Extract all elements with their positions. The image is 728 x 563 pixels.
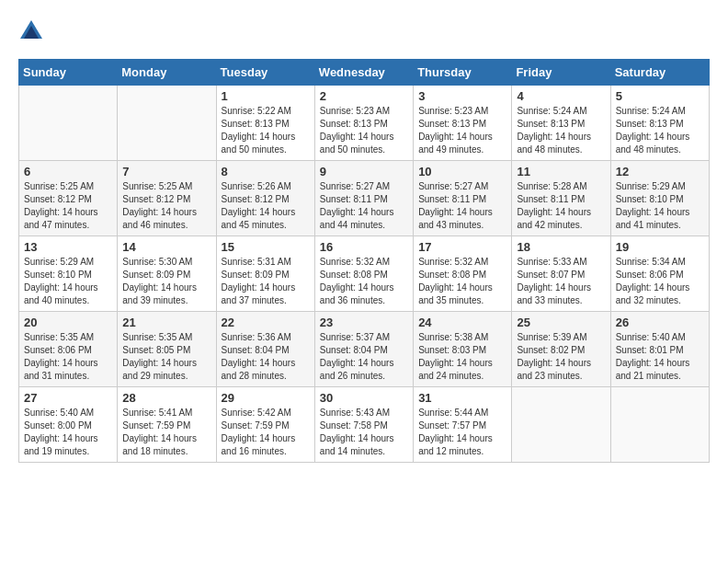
calendar-cell: 9Sunrise: 5:27 AM Sunset: 8:11 PM Daylig… (314, 161, 413, 236)
day-number: 8 (222, 165, 310, 178)
logo-icon (18, 18, 44, 44)
calendar-header-thursday: Thursday (414, 60, 512, 86)
logo (18, 18, 46, 44)
day-detail: Sunrise: 5:38 AM Sunset: 8:03 PM Dayligh… (418, 331, 506, 383)
day-number: 4 (517, 89, 605, 103)
calendar-cell: 23Sunrise: 5:37 AM Sunset: 8:04 PM Dayli… (314, 312, 413, 387)
day-detail: Sunrise: 5:27 AM Sunset: 8:11 PM Dayligh… (418, 180, 506, 232)
calendar-cell: 22Sunrise: 5:36 AM Sunset: 8:04 PM Dayli… (216, 312, 314, 387)
day-number: 17 (418, 240, 506, 254)
calendar-week-row: 1Sunrise: 5:22 AM Sunset: 8:13 PM Daylig… (19, 86, 710, 161)
page-header (18, 18, 710, 44)
day-detail: Sunrise: 5:23 AM Sunset: 8:13 PM Dayligh… (320, 105, 408, 156)
day-number: 10 (418, 165, 506, 178)
day-number: 22 (222, 316, 310, 329)
day-detail: Sunrise: 5:37 AM Sunset: 8:04 PM Dayligh… (320, 331, 408, 383)
day-detail: Sunrise: 5:40 AM Sunset: 8:01 PM Dayligh… (616, 331, 704, 383)
day-number: 21 (122, 316, 210, 329)
day-number: 11 (517, 165, 605, 178)
day-number: 30 (320, 391, 408, 405)
day-detail: Sunrise: 5:39 AM Sunset: 8:02 PM Dayligh… (517, 331, 605, 383)
day-detail: Sunrise: 5:33 AM Sunset: 8:07 PM Dayligh… (517, 256, 605, 307)
day-detail: Sunrise: 5:36 AM Sunset: 8:04 PM Dayligh… (222, 331, 310, 383)
calendar-cell: 30Sunrise: 5:43 AM Sunset: 7:58 PM Dayli… (314, 387, 413, 463)
calendar-cell (118, 86, 216, 161)
calendar-table: SundayMondayTuesdayWednesdayThursdayFrid… (18, 59, 710, 463)
day-number: 1 (222, 89, 310, 103)
day-detail: Sunrise: 5:25 AM Sunset: 8:12 PM Dayligh… (24, 180, 112, 232)
calendar-cell: 29Sunrise: 5:42 AM Sunset: 7:59 PM Dayli… (216, 387, 314, 463)
day-detail: Sunrise: 5:27 AM Sunset: 8:11 PM Dayligh… (320, 180, 408, 232)
day-detail: Sunrise: 5:42 AM Sunset: 7:59 PM Dayligh… (222, 407, 310, 458)
day-number: 16 (320, 240, 408, 254)
calendar-cell (512, 387, 610, 463)
calendar-cell: 1Sunrise: 5:22 AM Sunset: 8:13 PM Daylig… (216, 86, 314, 161)
day-detail: Sunrise: 5:22 AM Sunset: 8:13 PM Dayligh… (222, 105, 310, 156)
calendar-cell: 5Sunrise: 5:24 AM Sunset: 8:13 PM Daylig… (610, 86, 709, 161)
calendar-week-row: 27Sunrise: 5:40 AM Sunset: 8:00 PM Dayli… (19, 387, 710, 463)
calendar-cell: 3Sunrise: 5:23 AM Sunset: 8:13 PM Daylig… (414, 86, 512, 161)
calendar-header-saturday: Saturday (610, 60, 709, 86)
day-detail: Sunrise: 5:34 AM Sunset: 8:06 PM Dayligh… (616, 256, 704, 307)
day-detail: Sunrise: 5:35 AM Sunset: 8:05 PM Dayligh… (122, 331, 210, 383)
calendar-cell (610, 387, 709, 463)
calendar-cell (19, 86, 118, 161)
day-number: 7 (122, 165, 210, 178)
day-number: 9 (320, 165, 408, 178)
day-number: 27 (24, 391, 112, 405)
calendar-cell: 11Sunrise: 5:28 AM Sunset: 8:11 PM Dayli… (512, 161, 610, 236)
calendar-header-tuesday: Tuesday (216, 60, 314, 86)
day-number: 24 (418, 316, 506, 329)
calendar-cell: 16Sunrise: 5:32 AM Sunset: 8:08 PM Dayli… (314, 236, 413, 312)
day-number: 3 (418, 89, 506, 103)
day-detail: Sunrise: 5:43 AM Sunset: 7:58 PM Dayligh… (320, 407, 408, 458)
day-detail: Sunrise: 5:44 AM Sunset: 7:57 PM Dayligh… (418, 407, 506, 458)
day-number: 25 (517, 316, 605, 329)
calendar-cell: 2Sunrise: 5:23 AM Sunset: 8:13 PM Daylig… (314, 86, 413, 161)
calendar-week-row: 6Sunrise: 5:25 AM Sunset: 8:12 PM Daylig… (19, 161, 710, 236)
day-number: 19 (616, 240, 704, 254)
day-number: 29 (222, 391, 310, 405)
calendar-cell: 14Sunrise: 5:30 AM Sunset: 8:09 PM Dayli… (118, 236, 216, 312)
day-number: 14 (122, 240, 210, 254)
day-number: 13 (24, 240, 112, 254)
day-number: 23 (320, 316, 408, 329)
day-detail: Sunrise: 5:24 AM Sunset: 8:13 PM Dayligh… (517, 105, 605, 156)
calendar-cell: 31Sunrise: 5:44 AM Sunset: 7:57 PM Dayli… (414, 387, 512, 463)
day-number: 18 (517, 240, 605, 254)
day-detail: Sunrise: 5:23 AM Sunset: 8:13 PM Dayligh… (418, 105, 506, 156)
day-number: 31 (418, 391, 506, 405)
calendar-cell: 25Sunrise: 5:39 AM Sunset: 8:02 PM Dayli… (512, 312, 610, 387)
day-number: 26 (616, 316, 704, 329)
day-number: 12 (616, 165, 704, 178)
calendar-cell: 17Sunrise: 5:32 AM Sunset: 8:08 PM Dayli… (414, 236, 512, 312)
day-detail: Sunrise: 5:32 AM Sunset: 8:08 PM Dayligh… (418, 256, 506, 307)
calendar-cell: 20Sunrise: 5:35 AM Sunset: 8:06 PM Dayli… (19, 312, 118, 387)
calendar-cell: 19Sunrise: 5:34 AM Sunset: 8:06 PM Dayli… (610, 236, 709, 312)
calendar-cell: 15Sunrise: 5:31 AM Sunset: 8:09 PM Dayli… (216, 236, 314, 312)
day-number: 5 (616, 89, 704, 103)
calendar-cell: 6Sunrise: 5:25 AM Sunset: 8:12 PM Daylig… (19, 161, 118, 236)
day-detail: Sunrise: 5:35 AM Sunset: 8:06 PM Dayligh… (24, 331, 112, 383)
calendar-header-wednesday: Wednesday (314, 60, 413, 86)
calendar-cell: 8Sunrise: 5:26 AM Sunset: 8:12 PM Daylig… (216, 161, 314, 236)
day-detail: Sunrise: 5:28 AM Sunset: 8:11 PM Dayligh… (517, 180, 605, 232)
calendar-header-monday: Monday (118, 60, 216, 86)
calendar-cell: 21Sunrise: 5:35 AM Sunset: 8:05 PM Dayli… (118, 312, 216, 387)
calendar-cell: 28Sunrise: 5:41 AM Sunset: 7:59 PM Dayli… (118, 387, 216, 463)
calendar-cell: 26Sunrise: 5:40 AM Sunset: 8:01 PM Dayli… (610, 312, 709, 387)
calendar-cell: 10Sunrise: 5:27 AM Sunset: 8:11 PM Dayli… (414, 161, 512, 236)
day-detail: Sunrise: 5:24 AM Sunset: 8:13 PM Dayligh… (616, 105, 704, 156)
calendar-cell: 12Sunrise: 5:29 AM Sunset: 8:10 PM Dayli… (610, 161, 709, 236)
day-detail: Sunrise: 5:29 AM Sunset: 8:10 PM Dayligh… (24, 256, 112, 307)
day-detail: Sunrise: 5:40 AM Sunset: 8:00 PM Dayligh… (24, 407, 112, 458)
day-detail: Sunrise: 5:25 AM Sunset: 8:12 PM Dayligh… (122, 180, 210, 232)
calendar-cell: 13Sunrise: 5:29 AM Sunset: 8:10 PM Dayli… (19, 236, 118, 312)
day-detail: Sunrise: 5:30 AM Sunset: 8:09 PM Dayligh… (122, 256, 210, 307)
calendar-cell: 18Sunrise: 5:33 AM Sunset: 8:07 PM Dayli… (512, 236, 610, 312)
day-number: 20 (24, 316, 112, 329)
day-detail: Sunrise: 5:29 AM Sunset: 8:10 PM Dayligh… (616, 180, 704, 232)
day-detail: Sunrise: 5:26 AM Sunset: 8:12 PM Dayligh… (222, 180, 310, 232)
day-number: 2 (320, 89, 408, 103)
day-number: 15 (222, 240, 310, 254)
